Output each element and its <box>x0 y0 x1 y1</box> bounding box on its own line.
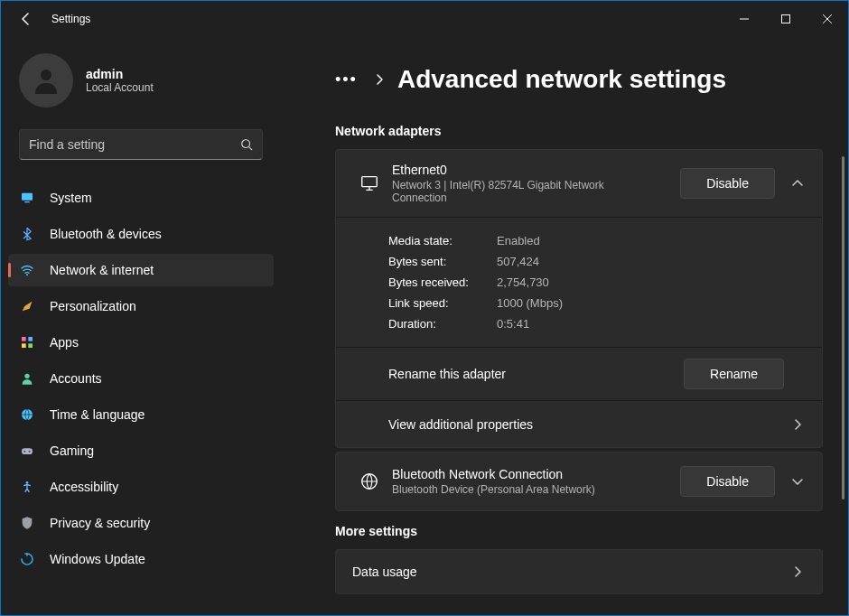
sidebar-item-personalization[interactable]: Personalization <box>8 290 274 322</box>
adapter-header[interactable]: Bluetooth Network Connection Bluetooth D… <box>336 453 822 510</box>
window-title: Settings <box>51 13 90 25</box>
person-icon <box>30 64 62 97</box>
adapter-sub: Network 3 | Intel(R) 82574L Gigabit Netw… <box>392 179 654 204</box>
accessibility-icon <box>19 479 35 495</box>
svg-rect-6 <box>22 337 26 341</box>
detail-row: Link speed:1000 (Mbps) <box>388 293 806 313</box>
brush-icon <box>19 298 35 314</box>
data-usage-label: Data usage <box>352 565 789 579</box>
svg-point-2 <box>242 140 250 148</box>
detail-value: 507,424 <box>497 255 539 268</box>
update-icon <box>19 551 35 567</box>
svg-point-1 <box>41 70 51 80</box>
svg-point-13 <box>23 451 25 453</box>
rename-row: Rename this adapter Rename <box>336 347 822 400</box>
shield-icon <box>19 515 35 531</box>
svg-point-15 <box>26 481 29 484</box>
svg-rect-3 <box>22 193 33 201</box>
close-button[interactable] <box>807 1 848 37</box>
detail-row: Bytes sent:507,424 <box>388 251 806 272</box>
profile[interactable]: admin Local Account <box>8 37 274 129</box>
profile-sub: Local Account <box>86 81 154 94</box>
svg-rect-9 <box>28 343 33 348</box>
maximize-icon <box>781 14 790 23</box>
sidebar-item-label: Windows Update <box>50 552 145 566</box>
breadcrumb-more[interactable]: ••• <box>335 70 358 89</box>
scrollbar[interactable] <box>842 156 844 499</box>
svg-rect-0 <box>782 15 790 23</box>
chevron-right-icon <box>374 74 385 85</box>
wifi-icon <box>19 262 35 278</box>
sidebar-item-system[interactable]: System <box>8 182 274 214</box>
sidebar-item-label: Bluetooth & devices <box>50 227 162 241</box>
sidebar-item-privacy[interactable]: Privacy & security <box>8 507 274 539</box>
view-properties-row[interactable]: View additional properties <box>336 400 822 447</box>
detail-value: Enabled <box>497 234 540 247</box>
minimize-icon <box>740 14 749 23</box>
chevron-up-icon[interactable] <box>789 177 806 190</box>
search-input[interactable] <box>29 137 240 152</box>
avatar <box>19 53 73 107</box>
adapter-header[interactable]: Ethernet0 Network 3 | Intel(R) 82574L Gi… <box>336 150 822 217</box>
adapter-name: Ethernet0 <box>392 163 680 177</box>
disable-button[interactable]: Disable <box>680 168 775 199</box>
detail-value: 1000 (Mbps) <box>497 296 563 310</box>
sidebar-item-accounts[interactable]: Accounts <box>8 362 274 395</box>
profile-name: admin <box>86 67 154 81</box>
bluetooth-icon <box>19 226 35 242</box>
globe-icon <box>19 406 35 423</box>
chevron-right-icon <box>789 565 806 578</box>
monitor-icon <box>19 190 35 206</box>
maximize-button[interactable] <box>765 1 807 37</box>
sidebar-item-label: Personalization <box>50 299 136 313</box>
detail-row: Media state:Enabled <box>388 230 806 251</box>
back-button[interactable] <box>8 1 44 37</box>
adapter-card-bluetooth: Bluetooth Network Connection Bluetooth D… <box>335 452 823 511</box>
arrow-left-icon <box>19 12 33 26</box>
monitor-icon <box>352 173 387 193</box>
sidebar-item-bluetooth[interactable]: Bluetooth & devices <box>8 218 274 250</box>
chevron-down-icon[interactable] <box>789 475 806 488</box>
detail-label: Bytes received: <box>388 275 497 289</box>
section-more: More settings <box>335 524 823 538</box>
sidebar-item-gaming[interactable]: Gaming <box>8 434 274 467</box>
sidebar-item-accessibility[interactable]: Accessibility <box>8 471 274 503</box>
adapter-name: Bluetooth Network Connection <box>392 467 680 481</box>
data-usage-card[interactable]: Data usage <box>335 549 823 594</box>
page-title: Advanced network settings <box>397 65 726 94</box>
rename-button[interactable]: Rename <box>684 359 784 389</box>
detail-row: Duration:0:5:41 <box>388 313 806 334</box>
detail-label: Media state: <box>388 234 497 247</box>
search-box[interactable] <box>19 129 263 160</box>
adapter-card-ethernet0: Ethernet0 Network 3 | Intel(R) 82574L Gi… <box>335 149 823 448</box>
adapter-details: Media state:EnabledBytes sent:507,424Byt… <box>336 217 822 347</box>
view-properties-label: View additional properties <box>388 417 789 432</box>
gamepad-icon <box>19 443 35 459</box>
rename-label: Rename this adapter <box>388 367 684 381</box>
sidebar-item-label: Network & internet <box>50 263 154 277</box>
minimize-button[interactable] <box>723 1 765 37</box>
sidebar-item-apps[interactable]: Apps <box>8 326 274 359</box>
sidebar-item-time[interactable]: Time & language <box>8 398 274 431</box>
disable-button[interactable]: Disable <box>680 466 775 497</box>
sidebar-item-label: Accounts <box>50 371 102 386</box>
close-icon <box>823 14 832 23</box>
detail-row: Bytes received:2,754,730 <box>388 272 806 293</box>
detail-value: 0:5:41 <box>497 317 529 331</box>
detail-label: Bytes sent: <box>388 255 497 268</box>
detail-label: Link speed: <box>388 296 497 310</box>
sidebar-item-label: Gaming <box>50 443 94 458</box>
svg-point-5 <box>26 274 28 275</box>
globe-icon <box>352 471 387 491</box>
sidebar-item-network[interactable]: Network & internet <box>8 254 274 286</box>
svg-rect-7 <box>28 337 33 341</box>
detail-label: Duration: <box>388 317 497 331</box>
sidebar-item-label: Privacy & security <box>50 516 150 530</box>
sidebar-item-update[interactable]: Windows Update <box>8 543 274 575</box>
svg-rect-16 <box>362 177 378 187</box>
svg-point-14 <box>29 451 31 453</box>
sidebar-item-label: Accessibility <box>50 480 118 494</box>
section-adapters: Network adapters <box>335 124 823 138</box>
sidebar-item-label: System <box>50 191 92 205</box>
detail-value: 2,754,730 <box>497 275 549 289</box>
